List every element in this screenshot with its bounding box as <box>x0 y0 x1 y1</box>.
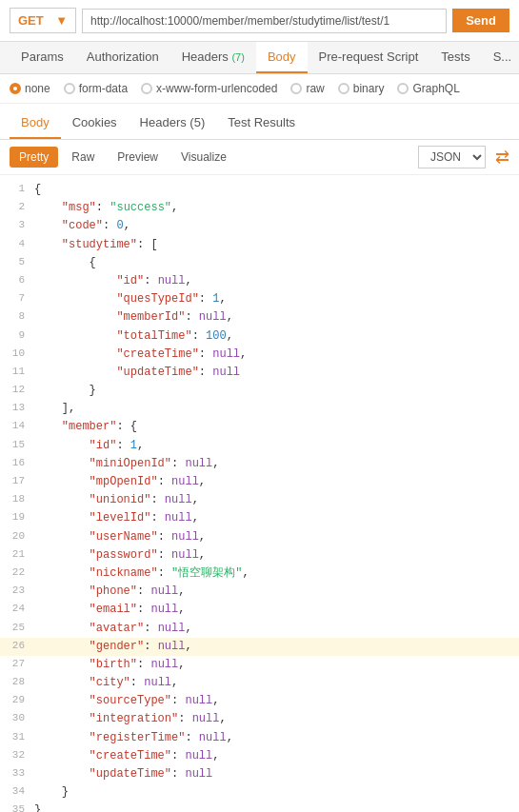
line-number: 32 <box>4 747 34 765</box>
method-label: GET <box>18 13 44 28</box>
line-content: "userName": null, <box>34 528 515 546</box>
method-dropdown[interactable]: GET ▼ <box>10 8 76 33</box>
response-tab-body[interactable]: Body <box>10 108 61 139</box>
body-type-none-label: none <box>25 82 50 95</box>
line-number: 11 <box>4 364 34 382</box>
code-line: 8 "memberId": null, <box>0 308 519 327</box>
body-type-urlencoded-label: x-www-form-urlencoded <box>156 82 277 95</box>
line-content: "code": 0, <box>34 217 515 235</box>
wrap-icon[interactable]: ⇄ <box>495 147 509 168</box>
code-line: 25 "avatar": null, <box>0 620 519 638</box>
code-line: 7 "quesTypeId": 1, <box>0 290 519 308</box>
code-line: 24 "email": null, <box>0 601 519 619</box>
code-line: 17 "mpOpenId": null, <box>0 473 519 491</box>
body-type-formdata[interactable]: form-data <box>64 82 128 95</box>
line-number: 13 <box>4 400 34 418</box>
viewer-tab-preview[interactable]: Preview <box>108 147 168 168</box>
tab-authorization[interactable]: Authorization <box>75 42 170 73</box>
line-content: "sourceType": null, <box>34 692 515 710</box>
line-content: "quesTypeId": 1, <box>34 290 515 308</box>
tab-params[interactable]: Params <box>10 42 75 73</box>
line-content: "mpOpenId": null, <box>34 473 515 491</box>
code-line: 1{ <box>0 181 519 199</box>
line-number: 35 <box>4 802 34 812</box>
line-number: 27 <box>4 656 34 674</box>
body-type-graphql[interactable]: GraphQL <box>397 82 459 95</box>
line-number: 18 <box>4 491 34 509</box>
tab-settings[interactable]: S... <box>482 42 519 73</box>
line-number: 19 <box>4 509 34 527</box>
response-tab-cookies[interactable]: Cookies <box>61 108 129 139</box>
format-select: JSON XML HTML Text ⇄ <box>418 146 509 168</box>
send-button[interactable]: Send <box>452 9 509 32</box>
code-line: 30 "integration": null, <box>0 710 519 728</box>
line-number: 1 <box>4 181 34 199</box>
line-number: 5 <box>4 254 34 272</box>
line-number: 8 <box>4 308 34 327</box>
tab-headers[interactable]: Headers (7) <box>170 42 256 73</box>
code-line: 20 "userName": null, <box>0 528 519 546</box>
line-content: "studytime": [ <box>34 236 515 254</box>
code-line: 4 "studytime": [ <box>0 236 519 254</box>
request-nav-tabs: Params Authorization Headers (7) Body Pr… <box>0 42 519 74</box>
line-number: 28 <box>4 674 34 692</box>
body-type-none[interactable]: none <box>10 82 50 95</box>
line-content: "phone": null, <box>34 583 515 601</box>
line-number: 9 <box>4 327 34 346</box>
body-type-urlencoded[interactable]: x-www-form-urlencoded <box>141 82 277 95</box>
line-content: { <box>34 181 515 199</box>
line-number: 6 <box>4 272 34 290</box>
tab-tests[interactable]: Tests <box>429 42 481 73</box>
viewer-tab-raw[interactable]: Raw <box>62 147 104 168</box>
code-line: 19 "levelId": null, <box>0 509 519 527</box>
line-content: "avatar": null, <box>34 620 515 638</box>
body-type-graphql-label: GraphQL <box>412 82 459 95</box>
code-line: 18 "unionid": null, <box>0 491 519 509</box>
radio-formdata <box>64 83 75 94</box>
body-type-binary[interactable]: binary <box>338 82 385 95</box>
body-type-raw[interactable]: raw <box>290 82 324 95</box>
code-line: 29 "sourceType": null, <box>0 692 519 710</box>
line-content: } <box>34 783 515 802</box>
code-line: 21 "password": null, <box>0 546 519 564</box>
code-view: 1{2 "msg": "success",3 "code": 0,4 "stud… <box>0 175 519 812</box>
tab-pre-request[interactable]: Pre-request Script <box>308 42 430 73</box>
line-content: "nickname": "悟空聊架构", <box>34 564 515 583</box>
code-line: 2 "msg": "success", <box>0 199 519 217</box>
code-line: 10 "createTime": null, <box>0 346 519 364</box>
line-number: 2 <box>4 199 34 217</box>
line-number: 29 <box>4 692 34 710</box>
line-number: 31 <box>4 729 34 747</box>
body-type-formdata-label: form-data <box>79 82 128 95</box>
line-content: "levelId": null, <box>34 509 515 527</box>
tab-body[interactable]: Body <box>256 42 308 73</box>
line-number: 3 <box>4 217 34 235</box>
line-content: "updateTime": null <box>34 364 515 382</box>
line-number: 22 <box>4 564 34 583</box>
line-number: 26 <box>4 638 34 656</box>
viewer-tab-pretty[interactable]: Pretty <box>10 147 58 168</box>
line-number: 20 <box>4 528 34 546</box>
response-tab-test-results[interactable]: Test Results <box>216 108 307 139</box>
line-content: { <box>34 254 515 272</box>
format-dropdown[interactable]: JSON XML HTML Text <box>418 146 486 168</box>
line-content: "id": 1, <box>34 437 515 455</box>
code-line: 32 "createTime": null, <box>0 747 519 765</box>
line-content: "email": null, <box>34 601 515 619</box>
code-line: 12 } <box>0 382 519 400</box>
line-content: "updateTime": null <box>34 765 515 783</box>
line-number: 15 <box>4 437 34 455</box>
response-tab-headers[interactable]: Headers (5) <box>129 108 217 139</box>
line-number: 10 <box>4 346 34 364</box>
response-section: Body Cookies Headers (5) Test Results Pr… <box>0 108 519 812</box>
code-line: 5 { <box>0 254 519 272</box>
radio-urlencoded <box>141 83 152 94</box>
line-content: ], <box>34 400 515 418</box>
code-line: 14 "member": { <box>0 418 519 436</box>
viewer-tab-visualize[interactable]: Visualize <box>171 147 236 168</box>
url-input[interactable] <box>82 9 447 33</box>
line-content: "miniOpenId": null, <box>34 455 515 473</box>
code-line: 23 "phone": null, <box>0 583 519 601</box>
line-number: 17 <box>4 473 34 491</box>
dropdown-arrow: ▼ <box>55 13 68 28</box>
